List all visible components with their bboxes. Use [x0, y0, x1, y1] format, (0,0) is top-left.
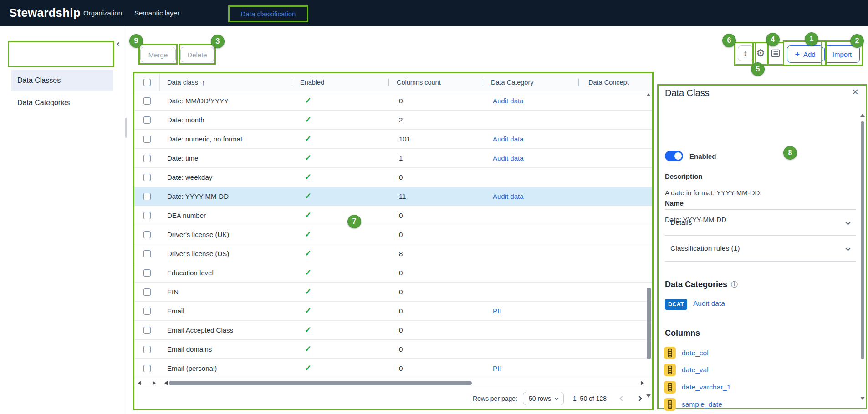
scroll-left-icon[interactable]: [138, 381, 141, 385]
column-link[interactable]: date_val: [682, 366, 709, 374]
tab-organization[interactable]: Organization: [83, 0, 122, 26]
row-checkbox[interactable]: [143, 365, 151, 372]
row-checkbox[interactable]: [143, 250, 151, 257]
columns-count-value: 0: [399, 302, 403, 320]
row-checkbox[interactable]: [143, 231, 151, 238]
table-row[interactable]: Education level✓0: [134, 263, 652, 283]
import-button[interactable]: Import: [824, 45, 860, 63]
column-link[interactable]: date_varchar_1: [682, 383, 731, 391]
column-header-enabled[interactable]: Enabled: [300, 73, 324, 91]
table-row[interactable]: Email Accepted Class✓0: [134, 321, 652, 340]
table-row[interactable]: EIN✓0: [134, 283, 652, 302]
row-checkbox[interactable]: [143, 288, 151, 296]
table-row[interactable]: Email domains✓0: [134, 340, 652, 359]
data-category-link[interactable]: Audit data: [493, 149, 524, 167]
column-link[interactable]: date_col: [682, 349, 709, 357]
vertical-scrollbar[interactable]: [647, 288, 651, 359]
data-category-link[interactable]: Audit data: [493, 91, 524, 110]
divider: [665, 209, 856, 210]
app-logo: Stewardship: [9, 0, 81, 26]
row-checkbox[interactable]: [143, 174, 151, 181]
header-divider: [483, 79, 483, 86]
add-button[interactable]: + Add: [787, 45, 823, 63]
description-value: A date in format: YYYY-MM-DD.: [665, 189, 762, 197]
data-category-link[interactable]: Audit data: [493, 130, 524, 148]
data-category-link[interactable]: PII: [493, 359, 501, 378]
table-row[interactable]: Email✓0PII: [134, 302, 652, 321]
data-class-detail-panel: Data Class × Name Date: YYYY-MM-DD Enabl…: [657, 84, 867, 409]
sidebar-collapse-button[interactable]: [114, 39, 124, 49]
column-header-data-category[interactable]: Data Category: [491, 73, 534, 91]
header-divider: [388, 79, 389, 86]
settings-button[interactable]: ⚙: [755, 47, 766, 59]
enabled-check-icon: ✓: [305, 111, 311, 129]
enabled-check-icon: ✓: [305, 225, 311, 244]
row-checkbox[interactable]: [143, 155, 151, 162]
table-row[interactable]: Date: MM/DD/YYYY✓0Audit data: [134, 91, 652, 111]
table-row[interactable]: Date: weekday✓0: [134, 168, 652, 187]
row-checkbox[interactable]: [143, 212, 151, 219]
classification-rules-section-toggle[interactable]: Classification rules (1): [665, 238, 856, 258]
table-row[interactable]: Date: time✓1Audit data: [134, 149, 652, 168]
enabled-check-icon: ✓: [305, 340, 311, 358]
annotation-badge-5: 5: [751, 62, 765, 76]
row-checkbox[interactable]: [143, 308, 151, 315]
column-settings-button[interactable]: [770, 48, 781, 59]
merge-button[interactable]: Merge: [140, 47, 176, 62]
row-checkbox[interactable]: [143, 97, 151, 105]
tab-data-classification[interactable]: Data classification: [228, 5, 308, 22]
tab-semantic-layer[interactable]: Semantic layer: [134, 0, 179, 26]
column-header-columns-count[interactable]: Columns count: [397, 73, 441, 91]
data-class-name: Date: month: [167, 111, 204, 129]
scroll-right-icon[interactable]: [641, 381, 644, 385]
table-row[interactable]: Email (personal)✓0PII: [134, 359, 652, 378]
column-header-data-class[interactable]: Data class ↑: [167, 73, 205, 91]
panel-title: Data Class: [665, 88, 710, 98]
dcat-badge: DCAT: [665, 299, 687, 310]
category-link[interactable]: Audit data: [693, 299, 725, 308]
enabled-toggle[interactable]: [665, 151, 683, 161]
sidebar-item-data-classes[interactable]: Data Classes: [11, 70, 113, 91]
row-checkbox[interactable]: [143, 269, 151, 277]
select-all-checkbox[interactable]: [143, 79, 151, 86]
data-category-link[interactable]: Audit data: [493, 187, 524, 206]
row-checkbox[interactable]: [143, 327, 151, 334]
row-checkbox[interactable]: [143, 116, 151, 124]
sort-ascending-icon[interactable]: ↑: [202, 79, 205, 86]
row-height-button[interactable]: ↕: [738, 45, 753, 61]
row-checkbox[interactable]: [143, 136, 151, 143]
scroll-up-icon[interactable]: [860, 114, 865, 117]
scroll-right-icon[interactable]: [153, 381, 156, 385]
header-divider: [292, 79, 292, 86]
column-header-data-concept[interactable]: Data Concept: [588, 73, 629, 91]
table-row[interactable]: Driver's license (US)✓8: [134, 244, 652, 263]
enabled-toggle-label: Enabled: [689, 152, 716, 160]
sidebar-scrollbar[interactable]: [125, 118, 127, 138]
close-icon[interactable]: ×: [852, 86, 858, 97]
table-row[interactable]: Driver's license (UK)✓0: [134, 225, 652, 244]
scroll-up-icon[interactable]: [646, 93, 651, 96]
row-checkbox[interactable]: [143, 193, 151, 200]
details-section-toggle[interactable]: Details: [665, 212, 856, 232]
table-row[interactable]: DEA number✓0: [134, 206, 652, 225]
table-row[interactable]: Date: YYYY-MM-DD✓11Audit data: [134, 187, 652, 206]
table-row[interactable]: Date: month✓2: [134, 111, 652, 130]
table-footer: Rows per page: 50 rows 1–50 of 128: [134, 388, 652, 409]
horizontal-scrollbar[interactable]: [169, 381, 472, 385]
scroll-down-icon[interactable]: [860, 397, 865, 400]
delete-button[interactable]: Delete: [180, 47, 214, 62]
rows-per-page-select[interactable]: 50 rows: [523, 392, 564, 405]
table-row[interactable]: Date: numeric, no format✓101Audit data: [134, 130, 652, 149]
data-class-name: Date: time: [167, 149, 198, 167]
data-category-link[interactable]: PII: [493, 302, 501, 320]
sidebar-item-data-categories[interactable]: Data Categories: [11, 94, 113, 111]
next-page-button[interactable]: [638, 397, 641, 400]
panel-scrollbar[interactable]: [861, 121, 864, 359]
previous-page-button[interactable]: [620, 397, 624, 400]
row-checkbox[interactable]: [143, 346, 151, 353]
scroll-left-icon[interactable]: [164, 381, 168, 385]
column-link[interactable]: sample_date: [682, 400, 722, 409]
columns-count-value: 8: [399, 244, 403, 263]
info-icon[interactable]: ⓘ: [731, 280, 738, 289]
annotation-badge-6: 6: [722, 34, 736, 47]
